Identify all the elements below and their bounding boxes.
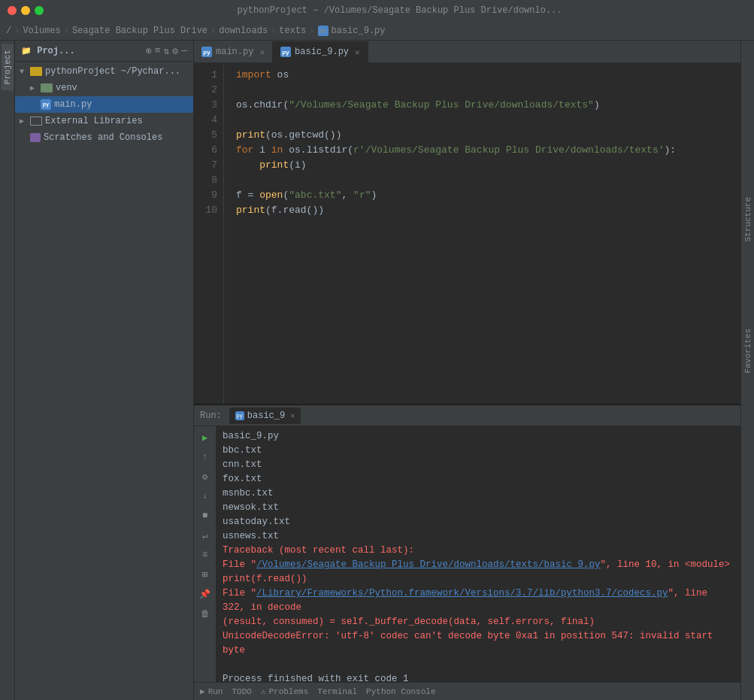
line-numbers: 12345 678910 [194,63,224,404]
problems-text: Problems [268,687,308,696]
run-content: ▶ ↑ ⚙ ↓ ■ ↵ ≡ ⊞ 📌 🗑 basic_9.py bbc.txt c… [194,426,740,682]
minimize-button[interactable] [21,6,30,15]
close-button[interactable] [8,6,17,15]
scratches-label: Scratches and Consoles [44,132,162,143]
tab-main-py-label: main.py [216,47,253,57]
left-edge-panel: Project [0,41,15,700]
editor-tabs: py main.py ✕ py basic_9.py ✕ [194,41,740,63]
run-tab-close[interactable]: ✕ [290,411,295,420]
run-settings-button[interactable]: ⚙ [197,468,213,485]
tab-basic9-icon: py [280,47,291,57]
run-trash-button[interactable]: 🗑 [197,605,213,622]
sidebar: 📁 Proj... ⊕ ≡ ⇅ ⚙ — ▼ pythonProject ~/Py… [15,41,194,700]
sidebar-sort-icon[interactable]: ⇅ [164,45,170,57]
bottom-run-btn[interactable]: ▶ Run [200,686,223,696]
bottom-python-console-btn[interactable]: Python Console [366,687,435,696]
main-py-label: main.py [54,99,92,110]
tab-main-py-close[interactable]: ✕ [259,47,265,57]
output-line-2: bbc.txt [223,444,734,458]
editor-column: py main.py ✕ py basic_9.py ✕ 12345 67891… [194,41,740,700]
sidebar-header: 📁 Proj... ⊕ ≡ ⇅ ⚙ — [15,41,193,62]
output-line-8: usnews.txt [223,529,734,544]
output-link-1[interactable]: /Volumes/Seagate Backup Plus Drive/downl… [256,559,601,570]
sidebar-settings-icon[interactable]: ⚙ [172,45,178,57]
window-title: pythonProject – /Volumes/Seagate Backup … [237,5,562,16]
bottom-bar: ▶ Run TODO ⚠ Problems Terminal Python Co… [194,682,740,700]
ext-libs-icon [30,117,42,126]
run-sidebar: ▶ ↑ ⚙ ↓ ■ ↵ ≡ ⊞ 📌 🗑 [194,426,217,682]
sidebar-minimize-icon[interactable]: — [181,45,187,57]
bottom-terminal-btn[interactable]: Terminal [317,687,357,696]
run-stop-button[interactable]: ■ [197,508,213,524]
bottom-panel: Run: py basic_9 ✕ ▶ ↑ ⚙ ↓ ■ ↵ ≡ [194,404,740,682]
breadcrumb-file[interactable]: py basic_9.py [318,26,386,36]
sidebar-proj-label: Proj... [37,46,74,56]
output-line-1: basic_9.py [223,429,734,444]
run-tab-basic9[interactable]: py basic_9 ✕ [229,408,301,424]
window-controls[interactable] [8,6,44,15]
output-code-1: print(f.read()) [223,572,734,586]
favorites-tab[interactable]: Favorites [742,323,754,379]
output-file-link-1: File "/Volumes/Seagate Backup Plus Drive… [223,558,734,572]
bottom-problems-btn[interactable]: ⚠ Problems [261,686,308,696]
tree-main-py[interactable]: ▶ py main.py [15,96,193,113]
problems-icon: ⚠ [261,686,266,696]
py-file-icon: py [318,26,329,36]
venv-folder-icon [41,83,53,92]
output-line-3: cnn.txt [223,458,734,472]
expand-arrow: ▼ [20,68,30,76]
run-lines-button[interactable]: ⊞ [197,566,213,583]
expand-arrow-ext: ▶ [20,117,30,126]
breadcrumb: / › Volumes › Seagate Backup Plus Drive … [0,21,754,41]
title-bar: pythonProject – /Volumes/Seagate Backup … [0,0,754,21]
sidebar-toolbar: ⊕ ≡ ⇅ ⚙ — [146,45,187,57]
tab-main-py[interactable]: py main.py ✕ [194,41,273,62]
sidebar-list-icon[interactable]: ≡ [155,45,161,57]
tab-basic9-label: basic_9.py [295,47,349,57]
output-line-6: newsok.txt [223,501,734,515]
breadcrumb-texts[interactable]: texts [279,26,306,36]
code-content[interactable]: import os os.chdir("/Volumes/Seagate Bac… [224,63,740,404]
project-tree: ▼ pythonProject ~/Pychar... ▶ venv ▶ py … [15,62,193,700]
run-down-button[interactable]: ↓ [197,488,213,505]
ext-libs-label: External Libraries [45,116,143,126]
breadcrumb-drive[interactable]: Seagate Backup Plus Drive [72,26,207,36]
run-play-button[interactable]: ▶ [197,429,213,446]
run-list-button[interactable]: ≡ [197,547,213,563]
run-up-button[interactable]: ↑ [197,449,213,465]
run-icon: ▶ [200,686,205,696]
run-wrap-button[interactable]: ↵ [197,527,213,544]
tab-basic9-close[interactable]: ✕ [355,47,360,57]
tab-basic9-py[interactable]: py basic_9.py ✕ [273,41,368,62]
output-blank [223,658,734,672]
tab-main-py-icon: py [201,47,212,57]
output-line-5: msnbc.txt [223,486,734,501]
expand-arrow-venv: ▶ [30,83,41,92]
breadcrumb-downloads[interactable]: downloads [219,26,268,36]
tree-root[interactable]: ▼ pythonProject ~/Pychar... [15,63,193,80]
run-text: Run [208,687,223,696]
scratches-icon [30,133,41,142]
sidebar-title: 📁 Proj... [21,46,75,56]
breadcrumb-volumes[interactable]: Volumes [23,26,60,36]
sidebar-globe-icon[interactable]: ⊕ [146,45,152,57]
bottom-todo-btn[interactable]: TODO [232,687,251,696]
editor-area: 12345 678910 import os os.chdir("/Volume… [194,63,740,404]
output-exit-code: Process finished with exit code 1 [223,672,734,682]
tree-ext-libs[interactable]: ▶ External Libraries [15,113,193,129]
run-output: basic_9.py bbc.txt cnn.txt fox.txt msnbc… [217,426,740,682]
tree-scratches[interactable]: ▶ Scratches and Consoles [15,129,193,146]
run-tab-label: basic_9 [247,411,285,421]
structure-tab[interactable]: Structure [742,191,754,247]
run-label: Run: [200,411,222,421]
output-link-2[interactable]: /Library/Frameworks/Python.framework/Ver… [256,588,668,598]
root-label: pythonProject ~/Pychar... [45,66,180,77]
project-tab[interactable]: Project [2,44,14,90]
folder-icon [30,67,42,76]
maximize-button[interactable] [35,6,44,15]
main-py-icon: py [41,99,51,110]
output-code-2: (result, consumed) = self._buffer_decode… [223,615,734,629]
output-line-7: usatoday.txt [223,515,734,529]
run-pin-button[interactable]: 📌 [197,586,213,602]
tree-venv[interactable]: ▶ venv [15,80,193,96]
